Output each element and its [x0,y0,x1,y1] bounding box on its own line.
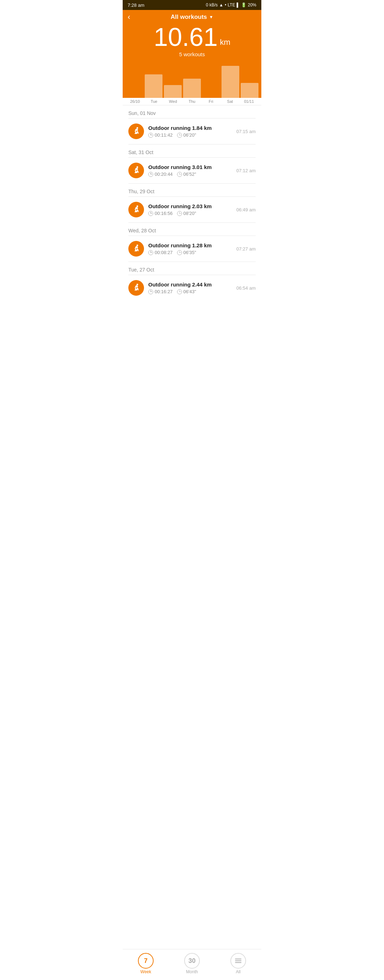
header-title-container: All workouts ▼ [171,14,213,21]
workout-details: Outdoor running 1.28 km 00:08:27 06'35" [148,242,232,255]
workout-pace: 08'20" [184,211,196,216]
workout-title: Outdoor running 2.44 km [148,282,232,288]
workout-icon [129,280,144,296]
svg-point-2 [136,205,138,207]
chart-labels: 26/10TueWedThuFriSat01/11 [123,98,261,105]
date-section: Wed, 28 Oct [123,223,261,235]
nav-month-number: 30 [189,957,195,965]
signal-icon: ▲ [219,3,223,8]
lte-label: LTE [228,3,235,8]
chart-bar [183,79,201,98]
nav-all[interactable]: All [215,953,261,974]
workout-duration: 00:08:27 [155,250,173,255]
workout-pace: 06'52" [184,172,196,177]
nav-week-label: Week [140,969,151,974]
nav-week-number: 7 [144,957,148,965]
chart-bar [241,83,259,98]
pace-icon [177,250,182,255]
hamburger-line-2 [235,961,241,961]
battery-level: 20% [248,3,256,8]
workout-item[interactable]: Outdoor running 3.01 km 00:20:44 06'52" [123,158,261,183]
workout-meta: 00:16:56 08'20" [148,211,232,216]
workout-start-time: 07:15 am [236,129,255,134]
workout-icon [129,202,144,218]
svg-point-3 [136,245,138,246]
status-time: 7:28 am [128,3,144,8]
nav-week[interactable]: 7 Week [123,953,169,974]
workout-details: Outdoor running 2.44 km 00:16:27 06'43" [148,282,232,294]
workout-meta: 00:08:27 06'35" [148,250,232,255]
nav-month-circle: 30 [184,953,200,969]
pace-meta: 06'43" [177,289,196,294]
hero-distance-value: 10.61 [154,24,217,50]
status-bar: 7:28 am 0 kB/s ▲ • LTE ▌ 🔋 20% [123,0,261,10]
chart-bar [222,66,239,98]
workout-title: Outdoor running 1.28 km [148,242,232,248]
svg-point-1 [136,166,138,168]
pace-icon [177,211,182,216]
svg-point-0 [136,127,138,129]
battery-icon: 🔋 [241,3,246,8]
nav-all-label: All [236,969,240,974]
pace-icon [177,289,182,294]
workout-details: Outdoor running 1.84 km 00:11:42 06'20" [148,125,232,138]
clock-icon [148,250,153,255]
workout-title: Outdoor running 1.84 km [148,125,232,131]
workout-item[interactable]: Outdoor running 1.84 km 00:11:42 06'20" [123,118,261,144]
workout-duration: 00:16:56 [155,211,173,216]
hero-section: 10.61 km 5 workouts [123,21,261,98]
duration-meta: 00:08:27 [148,250,173,255]
duration-meta: 00:20:44 [148,172,173,177]
duration-meta: 00:16:27 [148,289,173,294]
date-section: Tue, 27 Oct [123,262,261,275]
workout-item[interactable]: Outdoor running 1.28 km 00:08:27 06'35" [123,236,261,261]
workout-start-time: 06:49 am [236,207,255,212]
bottom-navigation: 7 Week 30 Month All [123,949,261,980]
chart-label: Wed [163,99,182,103]
status-right: 0 kB/s ▲ • LTE ▌ 🔋 20% [206,3,256,8]
svg-point-4 [136,283,138,285]
pace-meta: 08'20" [177,211,196,216]
workout-duration: 00:20:44 [155,172,173,177]
workout-item[interactable]: Outdoor running 2.03 km 00:16:56 08'20" [123,197,261,223]
workout-meta: 00:11:42 06'20" [148,132,232,138]
workout-details: Outdoor running 2.03 km 00:16:56 08'20" [148,203,232,216]
workout-title: Outdoor running 3.01 km [148,164,232,170]
workout-pace: 06'43" [184,289,196,294]
nav-all-circle [230,953,246,969]
hero-workouts-count: 5 workouts [123,51,261,57]
pace-meta: 06'35" [177,250,196,255]
clock-icon [148,211,153,216]
dot-icon: • [225,3,226,8]
chart-label: Sat [221,99,239,103]
header-title-text: All workouts [171,14,207,21]
hamburger-line-3 [235,962,241,963]
workout-duration: 00:11:42 [155,132,173,138]
clock-icon [148,133,153,138]
nav-month[interactable]: 30 Month [169,953,215,974]
workout-item[interactable]: Outdoor running 2.44 km 00:16:27 06'43" [123,275,261,301]
clock-icon [148,289,153,294]
duration-meta: 00:16:56 [148,211,173,216]
app-header: ‹ All workouts ▼ [123,10,261,21]
hamburger-line-1 [235,959,241,959]
workout-pace: 06'35" [184,250,196,255]
date-section: Sun, 01 Nov [123,105,261,118]
clock-icon [148,172,153,177]
hero-distance-container: 10.61 km [123,24,261,50]
hamburger-icon [235,959,241,963]
workout-details: Outdoor running 3.01 km 00:20:44 06'52" [148,164,232,177]
dropdown-arrow-icon[interactable]: ▼ [209,14,213,19]
signal-bars-icon: ▌ [236,3,240,8]
workout-title: Outdoor running 2.03 km [148,203,232,209]
workout-duration: 00:16:27 [155,289,173,294]
chart-label: 01/11 [240,99,259,103]
back-button[interactable]: ‹ [128,13,130,22]
workout-meta: 00:16:27 06'43" [148,289,232,294]
pace-icon [177,133,182,138]
pace-meta: 06'20" [177,132,196,138]
chart-label: Tue [144,99,163,103]
workout-meta: 00:20:44 06'52" [148,172,232,177]
pace-icon [177,172,182,177]
workout-icon [129,241,144,256]
